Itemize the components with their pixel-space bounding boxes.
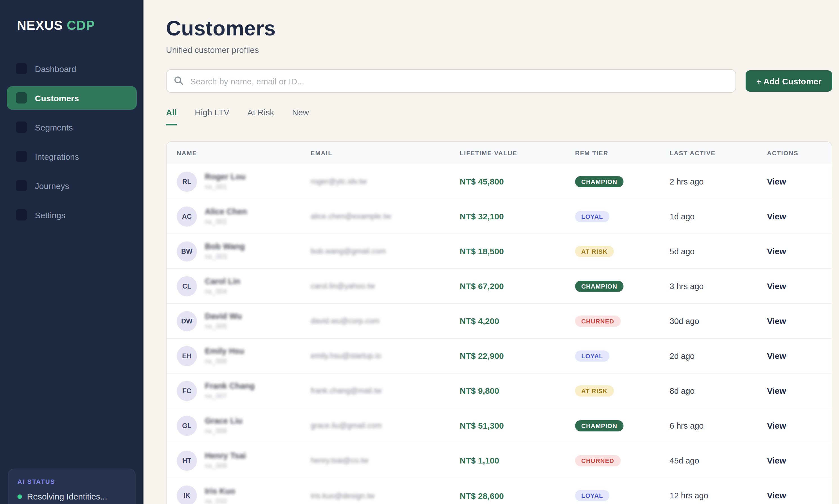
sidebar-nav: Dashboard Customers Segments Integration…: [7, 57, 137, 227]
tab-all[interactable]: All: [166, 107, 177, 125]
customer-name: Emily Hsu: [205, 346, 244, 356]
rfm-tier-cell: AT RISK: [575, 385, 670, 396]
rfm-tier-cell: LOYAL: [575, 490, 670, 501]
customer-id: nx_005: [205, 322, 242, 330]
avatar: EH: [177, 346, 197, 366]
ai-status-message: Resolving Identities...: [27, 492, 107, 501]
actions-cell: View: [767, 385, 822, 396]
tab-at-risk[interactable]: At Risk: [247, 107, 274, 125]
sidebar-item-segments[interactable]: Segments: [7, 115, 137, 139]
customer-name-cell: IK Iris Kuo nx_010: [177, 485, 310, 504]
customer-email: emily.hsu@startup.io: [310, 352, 460, 360]
last-active: 6 hrs ago: [670, 421, 767, 430]
rfm-tier-badge: LOYAL: [575, 490, 609, 501]
sidebar: NEXUS CDP Dashboard Customers Segments I…: [0, 0, 143, 504]
tab-new[interactable]: New: [292, 107, 309, 125]
search-input[interactable]: [166, 69, 736, 93]
table-row: IK Iris Kuo nx_010 iris.kuo@design.tw NT…: [166, 478, 832, 504]
customer-name: Henry Tsai: [205, 451, 246, 460]
customer-id: nx_002: [205, 218, 247, 226]
ai-status-title: AI STATUS: [17, 478, 126, 485]
rfm-tier-cell: CHAMPION: [575, 176, 670, 187]
sidebar-item-customers[interactable]: Customers: [7, 86, 137, 110]
customer-email: grace.liu@gmail.com: [310, 421, 460, 430]
rfm-tier-cell: AT RISK: [575, 246, 670, 257]
tab-high-ltv[interactable]: High LTV: [195, 107, 229, 125]
last-active: 45d ago: [670, 456, 767, 465]
rfm-tier-badge: AT RISK: [575, 385, 614, 396]
sidebar-item-dashboard[interactable]: Dashboard: [7, 57, 137, 80]
column-header-ltv: Lifetime Value: [460, 149, 575, 156]
status-dot-icon: [17, 494, 22, 499]
name-id-stack: David Wu nx_005: [205, 312, 242, 330]
customer-email: iris.kuo@design.tw: [310, 491, 460, 500]
customer-name: Frank Chang: [205, 381, 255, 390]
customer-name-cell: DW David Wu nx_005: [177, 311, 310, 331]
view-link[interactable]: View: [767, 455, 786, 465]
actions-cell: View: [767, 246, 822, 256]
view-link[interactable]: View: [767, 385, 786, 395]
last-active: 1d ago: [670, 212, 767, 221]
customer-email: bob.wang@gmail.com: [310, 247, 460, 255]
actions-cell: View: [767, 281, 822, 291]
sidebar-item-journeys[interactable]: Journeys: [7, 174, 137, 197]
table-row: HT Henry Tsai nx_009 henry.tsai@co.tw NT…: [166, 443, 832, 478]
customer-name: Bob Wang: [205, 242, 245, 251]
avatar: FC: [177, 380, 197, 401]
lifetime-value: NT$ 1,100: [460, 456, 575, 465]
sidebar-item-label: Journeys: [35, 181, 69, 191]
last-active: 12 hrs ago: [670, 491, 767, 500]
name-id-stack: Alice Chen nx_002: [205, 207, 247, 226]
customer-email: frank.chang@mail.tw: [310, 386, 460, 395]
lifetime-value: NT$ 45,800: [460, 177, 575, 186]
lifetime-value: NT$ 51,300: [460, 421, 575, 430]
rfm-tier-badge: CHAMPION: [575, 281, 624, 292]
app-window: NEXUS CDP Dashboard Customers Segments I…: [0, 0, 839, 504]
lifetime-value: NT$ 9,800: [460, 386, 575, 395]
column-header-rfm: RFM Tier: [575, 149, 670, 156]
customer-id: nx_008: [205, 427, 243, 435]
sidebar-item-label: Customers: [35, 93, 79, 103]
rfm-tier-cell: LOYAL: [575, 350, 670, 361]
customer-name-cell: RL Roger Lou nx_001: [177, 171, 310, 192]
customer-id: nx_006: [205, 357, 244, 365]
view-link[interactable]: View: [767, 211, 786, 221]
view-link[interactable]: View: [767, 176, 786, 186]
rfm-tier-cell: LOYAL: [575, 211, 670, 222]
last-active: 30d ago: [670, 317, 767, 325]
add-customer-button[interactable]: + Add Customer: [746, 70, 832, 92]
sidebar-item-settings[interactable]: Settings: [7, 203, 137, 227]
view-link[interactable]: View: [767, 281, 786, 290]
customers-table: Name Email Lifetime Value RFM Tier Last …: [166, 141, 832, 504]
column-header-last-active: Last Active: [670, 149, 767, 156]
view-link[interactable]: View: [767, 490, 786, 500]
actions-cell: View: [767, 490, 822, 501]
avatar: CL: [177, 276, 197, 296]
view-link[interactable]: View: [767, 351, 786, 360]
rfm-tier-cell: CHURNED: [575, 455, 670, 466]
name-id-stack: Carol Lin nx_004: [205, 277, 240, 295]
rfm-tier-cell: CHAMPION: [575, 281, 670, 292]
customer-id: nx_003: [205, 253, 245, 260]
lifetime-value: NT$ 28,600: [460, 491, 575, 500]
table-row: RL Roger Lou nx_001 roger@ytc.idv.tw NT$…: [166, 164, 832, 199]
avatar: DW: [177, 311, 197, 331]
customer-name-cell: AC Alice Chen nx_002: [177, 206, 310, 227]
sidebar-item-label: Dashboard: [35, 64, 76, 73]
rfm-tier-badge: AT RISK: [575, 246, 614, 257]
table-header-row: Name Email Lifetime Value RFM Tier Last …: [166, 142, 832, 164]
actions-cell: View: [767, 455, 822, 466]
customers-icon: [16, 92, 27, 104]
avatar: IK: [177, 485, 197, 504]
lifetime-value: NT$ 4,200: [460, 316, 575, 326]
view-link[interactable]: View: [767, 246, 786, 256]
sidebar-item-integrations[interactable]: Integrations: [7, 145, 137, 168]
table-row: GL Grace Liu nx_008 grace.liu@gmail.com …: [166, 408, 832, 443]
view-link[interactable]: View: [767, 316, 786, 325]
rfm-tier-badge: CHURNED: [575, 315, 620, 326]
view-link[interactable]: View: [767, 420, 786, 430]
name-id-stack: Henry Tsai nx_009: [205, 451, 246, 470]
brand-accent: CDP: [67, 18, 95, 33]
customer-id: nx_001: [205, 183, 246, 191]
integrations-icon: [16, 151, 27, 162]
